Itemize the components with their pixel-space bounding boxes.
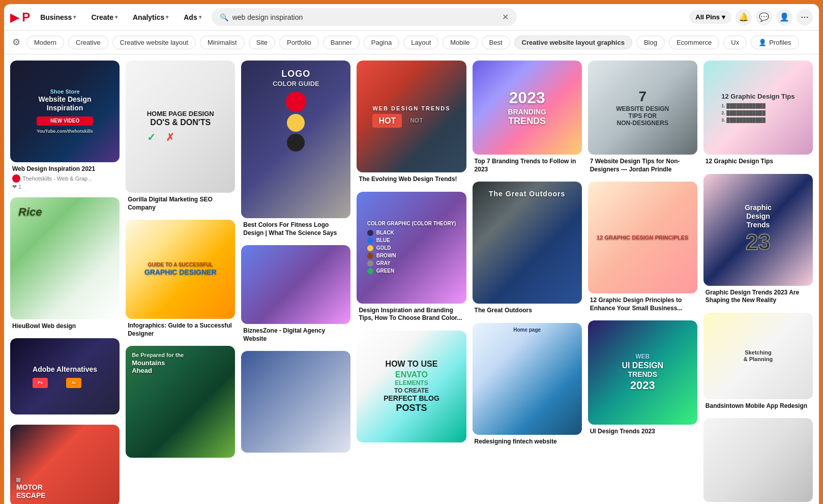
- chevron-down-icon: ▾: [73, 14, 76, 20]
- filter-chip-site[interactable]: Site: [249, 36, 275, 49]
- pin-card[interactable]: 🅽 MOTOR ESCAPE: [10, 425, 120, 504]
- pin-info: Graphic Design Trends 2023 Are Shaping t…: [703, 286, 813, 307]
- pin-card[interactable]: WEB UI DESIGN TRENDS 2023 UI Design Tren…: [588, 320, 697, 438]
- pin-info: Top 7 Branding Trends to Follow in 2023: [473, 155, 582, 175]
- pin-card[interactable]: GUIDE TO A SUCCESSFUL GRAPHIC DESIGNER I…: [126, 220, 235, 340]
- pin-info: The Great Outdoors: [473, 304, 582, 317]
- pin-card[interactable]: The Great Outdoors The Great Outdoors: [473, 182, 582, 317]
- user-icon[interactable]: 👤: [776, 9, 792, 25]
- messages-icon[interactable]: 💬: [756, 9, 772, 25]
- pin-card[interactable]: Graphic Design Trends 23 Graphic Design …: [703, 174, 813, 307]
- pin-card[interactable]: Home page Redesigning fintech website: [473, 323, 582, 448]
- chevron-down-icon: ▾: [199, 14, 201, 20]
- pin-info: Bandsintown Mobile App Redesign: [703, 399, 813, 412]
- pin-card[interactable]: Shoe Store Website Design Inspiration NE…: [10, 61, 120, 191]
- pin-card[interactable]: [703, 418, 813, 504]
- all-pins-button[interactable]: All Pins ▾: [689, 10, 731, 24]
- nav-business[interactable]: Business ▾: [35, 10, 81, 24]
- pin-info: Gorilla Digital Marketing SEO Company: [126, 193, 235, 214]
- pin-info: Web Design Inspiration 2021 Thehotskills…: [10, 162, 120, 191]
- chrome-bar: ▶ P Business ▾ Create ▾ Analytics ▾ Ads …: [4, 4, 819, 31]
- pin-column-5: 2023 BRANDING TRENDS Top 7 Branding Tren…: [473, 61, 582, 448]
- pin-column-7: 12 Graphic Design Tips 1. ████████████ 2…: [703, 61, 813, 504]
- pin-info: 12 Graphic Design Principles to Enhance …: [588, 293, 697, 314]
- header-right: All Pins ▾ 🔔 💬 👤 ⋯: [689, 9, 813, 25]
- search-input[interactable]: [232, 13, 498, 21]
- pin-card[interactable]: HOW TO USE ENVATO ELEMENTS TO CREATE PER…: [357, 331, 466, 447]
- filter-chip-best[interactable]: Best: [482, 36, 510, 49]
- chevron-down-icon: ▾: [115, 14, 117, 20]
- pin-info: [703, 502, 813, 504]
- filter-chip-pagina[interactable]: Pagina: [364, 36, 399, 49]
- chevron-down-icon: ▾: [722, 13, 725, 21]
- filter-chip-mobile[interactable]: Mobile: [443, 36, 477, 49]
- pin-card[interactable]: LOGO COLOR GUIDE Best Colors For Fitness…: [241, 61, 350, 239]
- filter-chip-creative[interactable]: Creative: [68, 36, 108, 49]
- pin-card[interactable]: COLOR GRAPHIC (COLOR THEORY) BLACK BLUE …: [357, 192, 466, 324]
- pin-info: Best Colors For Fitness Logo Design | Wh…: [241, 218, 350, 239]
- filter-chip-layout[interactable]: Layout: [403, 36, 438, 49]
- pin-info: 7 Website Design Tips for Non-Designers …: [588, 155, 697, 175]
- more-icon[interactable]: ⋯: [797, 9, 813, 25]
- pin-card[interactable]: 12 Graphic Design Tips 1. ████████████ 2…: [703, 61, 813, 168]
- pin-column-1: Shoe Store Website Design Inspiration NE…: [10, 61, 120, 504]
- search-bar[interactable]: 🔍 ✕: [212, 8, 517, 26]
- pin-card[interactable]: 12 GRAPHIC DESIGN PRINCIPLES 12 Graphic …: [588, 182, 697, 314]
- pin-card[interactable]: 2023 BRANDING TRENDS Top 7 Branding Tren…: [473, 61, 582, 175]
- filter-chip-profiles[interactable]: 👤 Profiles: [751, 36, 799, 49]
- pin-card[interactable]: WEB DESIGN TRENDS HOT NOT The Evolving W…: [357, 61, 466, 186]
- pin-info: [241, 453, 350, 457]
- pin-info: [357, 442, 466, 447]
- pin-card[interactable]: HOME PAGE DESIGN DO'S & DON'TS ✓ ✗ Goril…: [126, 61, 235, 214]
- pin-info: HieuBowl Web design: [10, 319, 120, 333]
- pin-card[interactable]: BiznesZone - Digital Agency Website: [241, 245, 350, 345]
- filter-chip-minimalist[interactable]: Minimalist: [200, 36, 245, 49]
- pin-info: The Evolving Web Design Trends!: [357, 172, 466, 186]
- pin-info: Design Inspiration and Branding Tips, Ho…: [357, 304, 466, 324]
- pin-info: Infographics: Guide to a Successful Desi…: [126, 319, 235, 340]
- pin-info: Redesigning fintech website: [473, 435, 582, 448]
- pins-grid: Shoe Store Website Design Inspiration NE…: [10, 61, 813, 504]
- pin-info: [10, 414, 120, 419]
- filter-chip-creative-website-layout[interactable]: Creative website layout: [112, 36, 196, 49]
- filter-chip-layout-graphics[interactable]: Creative website layout graphics: [514, 36, 632, 49]
- filter-settings-icon[interactable]: ⚙: [10, 35, 22, 50]
- filter-chip-blog[interactable]: Blog: [636, 36, 665, 49]
- pin-column-3: LOGO COLOR GUIDE Best Colors For Fitness…: [241, 61, 350, 457]
- pin-column-4: WEB DESIGN TRENDS HOT NOT The Evolving W…: [357, 61, 466, 447]
- nav-analytics[interactable]: Analytics ▾: [128, 10, 173, 24]
- pin-column-2: HOME PAGE DESIGN DO'S & DON'TS ✓ ✗ Goril…: [126, 61, 235, 462]
- nav-ads[interactable]: Ads ▾: [179, 10, 206, 24]
- filter-chip-ecommerce[interactable]: Ecommerce: [669, 36, 719, 49]
- notifications-icon[interactable]: 🔔: [736, 9, 752, 25]
- search-icon: 🔍: [220, 13, 228, 21]
- pin-info: 12 Graphic Design Tips: [703, 155, 813, 168]
- nav-create[interactable]: Create ▾: [86, 10, 123, 24]
- person-icon: 👤: [758, 39, 767, 46]
- chevron-down-icon: ▾: [166, 14, 168, 20]
- pin-column-6: 7 WEBSITE DESIGN TIPS FOR NON-DESIGNERS …: [588, 61, 697, 438]
- pin-card[interactable]: Adobe Alternatives Ps Ai: [10, 338, 120, 419]
- filter-bar: ⚙ Modern Creative Creative website layou…: [4, 31, 819, 54]
- pin-info: BiznesZone - Digital Agency Website: [241, 324, 350, 345]
- pin-card[interactable]: [241, 351, 350, 457]
- clear-icon[interactable]: ✕: [502, 12, 509, 22]
- filter-chip-ux[interactable]: Ux: [723, 36, 747, 49]
- filter-chip-modern[interactable]: Modern: [26, 36, 64, 49]
- filter-chip-banner[interactable]: Banner: [323, 36, 360, 49]
- pin-card[interactable]: Be Prepared for the Mountains Ahead: [126, 346, 235, 462]
- pinterest-logo[interactable]: ▶ P: [10, 10, 30, 24]
- pin-card[interactable]: Sketching& Planning Bandsintown Mobile A…: [703, 313, 813, 412]
- pin-info: [126, 458, 235, 462]
- filter-chip-portfolio[interactable]: Portfolio: [279, 36, 319, 49]
- pin-card[interactable]: Rice HieuBowl Web design: [10, 197, 120, 333]
- pin-card[interactable]: 7 WEBSITE DESIGN TIPS FOR NON-DESIGNERS …: [588, 61, 697, 175]
- pin-info: UI Design Trends 2023: [588, 425, 697, 438]
- main-content: Shoe Store Website Design Inspiration NE…: [4, 54, 819, 504]
